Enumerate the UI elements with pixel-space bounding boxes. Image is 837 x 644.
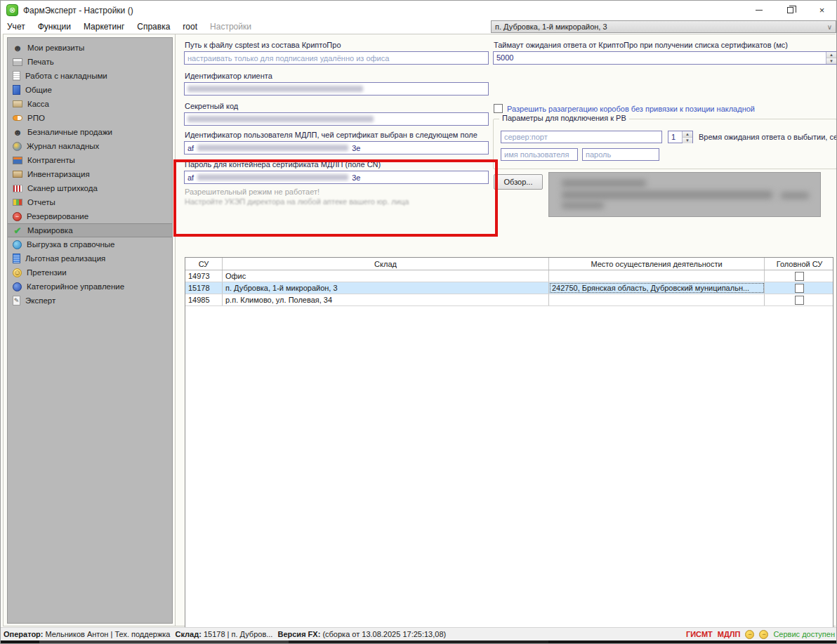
menu-root[interactable]: root xyxy=(176,20,204,33)
spin-up-icon[interactable]: ▲ xyxy=(683,131,692,138)
sidebar-item-rezervirovanie[interactable]: Резервирование xyxy=(8,209,172,223)
smiley-icon xyxy=(13,268,22,277)
sidebar-item-rabota-s-nakladnymi[interactable]: Работа с накладными xyxy=(8,69,172,83)
rv-timeout-spinner[interactable]: 1 ▲▼ xyxy=(668,131,693,143)
cell-place xyxy=(549,294,765,305)
ukep-setup-hint: Настройте УКЭП директора на любой аптеке… xyxy=(185,197,409,206)
warehouse-table: СУ Склад Место осуществления деятельност… xyxy=(185,257,833,640)
sidebar-item-skaner-shtrihkoda[interactable]: Сканер штрихкода xyxy=(8,181,172,195)
column-header-head-su[interactable]: Головной СУ xyxy=(765,258,834,270)
barcode-icon xyxy=(13,185,22,192)
redacted-value xyxy=(197,174,348,180)
sidebar-item-label: Журнал накладных xyxy=(27,142,99,150)
chevron-down-icon: ∨ xyxy=(827,23,832,31)
close-button[interactable]: × xyxy=(806,1,837,20)
sidebar-item-lgotnaya-realizaciya[interactable]: Льготная реализация xyxy=(8,251,172,265)
browse-button[interactable]: Обзор... xyxy=(494,174,543,190)
app-window: ⊗ ФармЭксперт - Настройки () × Учет Функ… xyxy=(0,0,837,644)
sidebar-item-label: Печать xyxy=(27,58,54,66)
sidebar-item-label: Мои реквизиты xyxy=(27,44,84,52)
rv-connection-group: Параметры для подключения к РВ 1 ▲▼ Врем… xyxy=(493,119,837,169)
csptest-path-input[interactable] xyxy=(184,51,489,65)
gismt-coin-icon[interactable]: − xyxy=(745,630,754,639)
cell-su: 15178 xyxy=(185,282,223,294)
pill-icon xyxy=(13,115,22,121)
menu-spravka[interactable]: Справка xyxy=(131,20,176,33)
version-label: Версия FX: xyxy=(277,630,320,638)
table-row-selected[interactable]: 15178 п. Дубровка, 1-й микрорайон, 3 242… xyxy=(185,282,833,294)
head-su-checkbox[interactable] xyxy=(795,284,804,293)
timeout-spinner[interactable]: 5000 ▲▼ xyxy=(493,51,837,65)
menu-uchet[interactable]: Учет xyxy=(1,20,32,33)
client-id-input[interactable] xyxy=(184,82,489,96)
sidebar-item-kategoriynoe-upravlenie[interactable]: Категорийное управление xyxy=(8,280,172,294)
spin-down-icon[interactable]: ▼ xyxy=(826,58,836,64)
title-bar: ⊗ ФармЭксперт - Настройки () × xyxy=(1,1,837,20)
sidebar-item-vygruzka-v-spravochnye[interactable]: Выгрузка в справочные xyxy=(8,237,172,251)
globe-icon xyxy=(13,240,22,249)
sidebar-item-label: Выгрузка в справочные xyxy=(27,240,115,249)
journal-icon xyxy=(13,142,22,151)
sidebar-item-ekspert[interactable]: Эксперт xyxy=(8,294,172,308)
column-header-place[interactable]: Место осуществления деятельности xyxy=(549,258,765,270)
cell-sklad: Офис xyxy=(223,270,549,282)
table-row[interactable]: 14985 р.п. Климово, ул. Полевая, 34 xyxy=(185,294,833,306)
value-prefix: af xyxy=(187,173,194,182)
mdlp-password-input[interactable]: af 3e xyxy=(184,171,489,184)
settings-content: Путь к файлу csptest из состава КриптоПр… xyxy=(175,34,836,626)
sidebar-item-rpo[interactable]: РПО xyxy=(8,111,172,125)
unaggregate-checkbox[interactable] xyxy=(494,104,503,113)
sidebar-item-moi-rekvizity[interactable]: Мои реквизиты xyxy=(8,41,172,55)
menu-funkcii[interactable]: Функции xyxy=(32,20,77,33)
sidebar-item-label: Работа с накладными xyxy=(25,72,107,80)
branch-selector-combobox[interactable]: п. Дубровка, 1-й микрорайон, 3 ∨ xyxy=(491,20,836,33)
sidebar-item-beznalichnye-prodazhi[interactable]: Безналичные продажи xyxy=(8,125,172,139)
person-icon xyxy=(13,127,22,137)
sidebar-item-obshchie[interactable]: Общие xyxy=(8,83,172,97)
redacted-value xyxy=(187,116,374,122)
gismt-status: ГИСМТ xyxy=(686,630,713,638)
service-status: Сервис доступен xyxy=(773,630,835,638)
server-port-input[interactable] xyxy=(501,131,662,143)
sidebar-item-kontragenty[interactable]: Контрагенты xyxy=(8,153,172,167)
head-su-checkbox[interactable] xyxy=(795,296,804,305)
reports-icon xyxy=(13,199,22,206)
secret-code-input[interactable] xyxy=(184,112,489,126)
column-header-sklad[interactable]: Склад xyxy=(223,258,549,270)
document-icon xyxy=(13,71,20,81)
minimize-icon xyxy=(756,10,763,11)
branch-selector-value: п. Дубровка, 1-й микрорайон, 3 xyxy=(495,22,607,31)
printer-icon xyxy=(13,58,22,66)
mdlp-coin-icon[interactable]: − xyxy=(759,630,768,639)
inventory-icon xyxy=(13,171,22,178)
value-suffix: 3e xyxy=(352,173,360,182)
cell-place: 242750, Брянская область, Дубровский мун… xyxy=(549,282,765,294)
sklad-value: 15178 | п. Дубров... xyxy=(204,630,273,638)
head-su-checkbox[interactable] xyxy=(795,272,804,281)
cell-su: 14985 xyxy=(185,294,223,305)
spin-down-icon[interactable]: ▼ xyxy=(683,138,692,143)
operator-value: Мельников Антон | Тех. поддержка xyxy=(46,630,171,638)
redacted-value xyxy=(187,86,363,92)
username-input[interactable] xyxy=(501,148,578,161)
sidebar-item-inventarizaciya[interactable]: Инвентаризация xyxy=(8,167,172,181)
minimize-button[interactable] xyxy=(743,1,775,20)
sidebar-item-zhurnal-nakladnyh[interactable]: Журнал накладных xyxy=(8,139,172,153)
menu-marketing[interactable]: Маркетинг xyxy=(77,20,131,33)
sidebar-item-pechat[interactable]: Печать xyxy=(8,55,172,69)
mdlp-status: МДЛП xyxy=(718,630,741,638)
secret-code-label: Секретный код xyxy=(185,102,238,110)
sidebar-item-pretenzii[interactable]: Претензии xyxy=(8,265,172,280)
table-row[interactable]: 14973 Офис xyxy=(185,270,833,282)
mdlp-user-id-input[interactable]: af 3e xyxy=(184,141,489,155)
sidebar-item-otchety[interactable]: Отчеты xyxy=(8,195,172,209)
column-header-su[interactable]: СУ xyxy=(185,258,223,270)
maximize-button[interactable] xyxy=(775,1,806,20)
sidebar-item-label: Сканер штрихкода xyxy=(27,184,98,192)
password-input[interactable] xyxy=(582,148,659,161)
spin-up-icon[interactable]: ▲ xyxy=(826,52,836,58)
contractors-icon xyxy=(13,157,22,164)
sidebar-item-kassa[interactable]: Касса xyxy=(8,97,172,111)
sidebar-item-markirovka[interactable]: Маркировка xyxy=(8,223,172,237)
rv-timeout-label: Время ожидания ответа о выбытии, сек xyxy=(699,133,837,141)
